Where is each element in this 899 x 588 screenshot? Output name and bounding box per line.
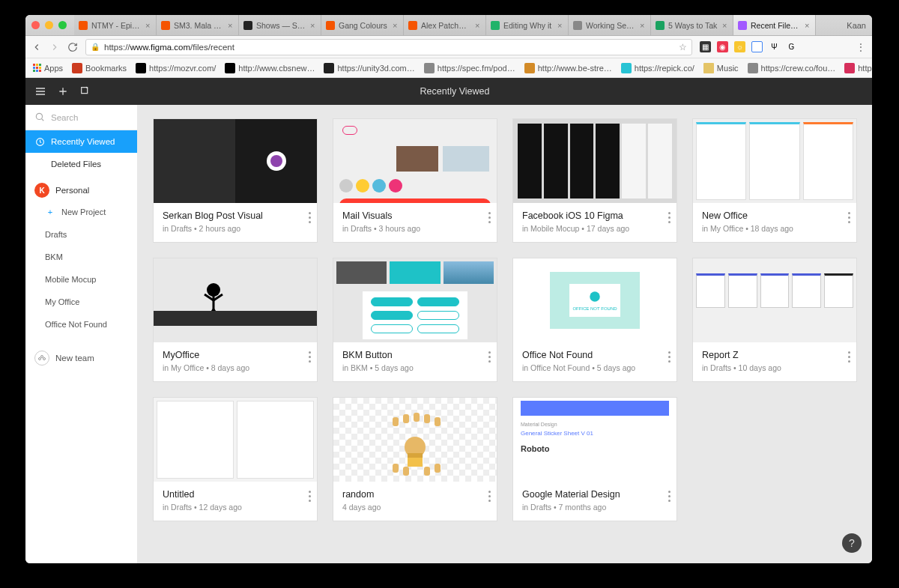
file-name: Report Z xyxy=(702,350,847,360)
file-card[interactable]: MyOfficein My Office • 8 days ago xyxy=(153,258,318,382)
bookmark-item[interactable]: https://spec.fm/pod… xyxy=(424,63,515,73)
favicon xyxy=(136,63,146,73)
reload-button[interactable] xyxy=(67,42,78,52)
close-icon[interactable]: × xyxy=(557,21,563,30)
minimize-window-icon[interactable] xyxy=(45,21,53,29)
extension-icon[interactable]: ☼ xyxy=(734,41,745,52)
browser-tab[interactable]: Alex Patchwork× xyxy=(404,15,486,35)
more-icon[interactable] xyxy=(848,351,850,363)
new-file-icon[interactable] xyxy=(57,85,69,97)
sidebar-item-project[interactable]: Drafts xyxy=(25,223,137,246)
sidebar-item-project[interactable]: BKM xyxy=(25,246,137,268)
extension-icon[interactable]: Ψ xyxy=(769,41,780,52)
address-bar[interactable]: 🔒 https://www.figma.com/files/recent ☆ xyxy=(85,39,692,55)
file-name: Untitled xyxy=(163,489,308,500)
help-button[interactable]: ? xyxy=(842,533,862,553)
browser-tab[interactable]: Gang Colours× xyxy=(321,15,404,35)
close-icon[interactable]: × xyxy=(228,21,234,30)
bookmark-item[interactable]: Bookmarks xyxy=(72,63,127,73)
file-card[interactable]: BKM Buttonin BKM • 5 days ago xyxy=(333,258,497,382)
sidebar-item-label: BKM xyxy=(45,252,63,261)
extension-icon[interactable]: ▦ xyxy=(700,41,711,52)
browser-tab[interactable]: Editing Why it× xyxy=(486,15,569,35)
file-card[interactable]: random4 days ago xyxy=(333,397,497,521)
browser-tab[interactable]: SM3. Mala (De× xyxy=(157,15,239,35)
more-icon[interactable] xyxy=(668,351,671,363)
browser-tab[interactable]: 5 Ways to Tak× xyxy=(651,15,733,35)
sidebar-item-project[interactable]: My Office xyxy=(25,291,137,313)
extension-icon[interactable] xyxy=(838,41,849,52)
close-icon[interactable]: × xyxy=(475,21,481,30)
file-card[interactable]: Facebook iOS 10 Figmain Mobile Mocup • 1… xyxy=(512,118,677,243)
bookmark-item[interactable]: http://www.cbsnew… xyxy=(225,63,315,73)
more-icon[interactable] xyxy=(668,212,671,223)
browser-tab[interactable]: NTMY - Episod× xyxy=(74,15,157,35)
bookmark-item[interactable]: https://repick.co/ xyxy=(621,63,694,73)
sidebar-item-recently-viewed[interactable]: Recently Viewed xyxy=(25,130,137,153)
close-window-icon[interactable] xyxy=(31,21,40,29)
file-card[interactable]: Untitledin Drafts • 12 days ago xyxy=(153,397,318,521)
close-icon[interactable]: × xyxy=(722,21,728,30)
extension-icon[interactable]: G xyxy=(786,41,797,52)
star-icon[interactable]: ☆ xyxy=(679,42,687,52)
more-icon[interactable] xyxy=(488,491,491,502)
search-icon xyxy=(34,112,45,124)
file-name: Serkan Blog Post Visual xyxy=(163,210,308,221)
close-icon[interactable]: × xyxy=(640,21,646,30)
apps-shortcut[interactable]: Apps xyxy=(33,64,63,73)
file-card[interactable]: New Officein My Office • 18 days ago xyxy=(692,118,857,243)
more-icon[interactable] xyxy=(309,351,311,363)
browser-tab[interactable]: Working Session× xyxy=(569,15,651,35)
more-icon[interactable] xyxy=(309,212,311,223)
extension-icon[interactable] xyxy=(751,41,763,52)
bookmark-item[interactable]: http://www.be-stre… xyxy=(524,63,612,73)
favicon xyxy=(738,21,747,30)
sidebar-item-label: Recently Viewed xyxy=(51,137,115,146)
import-icon[interactable] xyxy=(79,85,91,97)
search-input[interactable]: Search xyxy=(25,105,137,130)
svg-rect-23 xyxy=(408,453,423,458)
browser-tab[interactable]: Recent Files — Fig× xyxy=(733,15,816,35)
extension-icon[interactable]: ◉ xyxy=(717,41,728,52)
bookmark-item[interactable]: https://unity3d.com… xyxy=(324,63,414,73)
sidebar-section-personal[interactable]: K Personal xyxy=(25,175,137,201)
more-icon[interactable] xyxy=(488,212,491,223)
bookmark-item[interactable]: https://crew.co/fou… xyxy=(748,63,836,73)
close-icon[interactable]: × xyxy=(310,21,316,30)
bookmark-item[interactable]: http://niceportfol.io/ xyxy=(844,63,872,73)
close-icon[interactable]: × xyxy=(805,21,811,30)
close-icon[interactable]: × xyxy=(145,21,151,30)
bookmark-item[interactable]: https://mozvr.com/ xyxy=(136,63,216,73)
extension-icon[interactable] xyxy=(820,41,832,52)
file-card[interactable]: Mail Visualsin Drafts • 3 hours ago xyxy=(333,118,497,243)
file-card[interactable]: Serkan Blog Post Visualin Drafts • 2 hou… xyxy=(153,118,318,243)
file-name: Facebook iOS 10 Figma xyxy=(522,210,668,221)
close-icon[interactable]: × xyxy=(393,21,399,30)
page-title: Recently Viewed xyxy=(102,86,808,97)
forward-button[interactable] xyxy=(49,42,60,52)
more-icon[interactable] xyxy=(488,351,491,363)
file-meta: in Drafts • 3 hours ago xyxy=(342,224,488,233)
sidebar-item-new-project[interactable]: + New Project xyxy=(25,201,137,223)
file-card[interactable]: Report Zin Drafts • 10 days ago xyxy=(692,258,857,382)
hamburger-icon[interactable] xyxy=(34,85,46,97)
sidebar-item-deleted[interactable]: Deleted Files xyxy=(25,153,137,175)
more-icon[interactable] xyxy=(848,212,850,223)
extension-icon[interactable] xyxy=(803,41,814,52)
zoom-window-icon[interactable] xyxy=(58,21,67,29)
back-button[interactable] xyxy=(31,42,42,52)
sidebar-item-project[interactable]: Office Not Found xyxy=(25,313,137,336)
sidebar-item-new-team[interactable]: New team xyxy=(25,343,137,369)
menu-icon[interactable]: ⋮ xyxy=(856,42,866,52)
browser-tab[interactable]: Shows — Sour× xyxy=(239,15,321,35)
sidebar-item-label: My Office xyxy=(45,297,79,306)
bookmark-item[interactable]: Music xyxy=(703,63,739,73)
more-icon[interactable] xyxy=(668,491,671,502)
file-meta: in Drafts • 12 days ago xyxy=(163,503,308,512)
bookmark-label: https://repick.co/ xyxy=(635,64,694,73)
favicon xyxy=(161,21,170,30)
file-card[interactable]: OFFICE NOT FOUNDOffice Not Foundin Offic… xyxy=(512,258,677,382)
file-card[interactable]: Material DesignGeneral Sticker Sheet V 0… xyxy=(512,397,677,521)
more-icon[interactable] xyxy=(309,491,311,502)
sidebar-item-project[interactable]: Mobile Mocup xyxy=(25,268,137,291)
